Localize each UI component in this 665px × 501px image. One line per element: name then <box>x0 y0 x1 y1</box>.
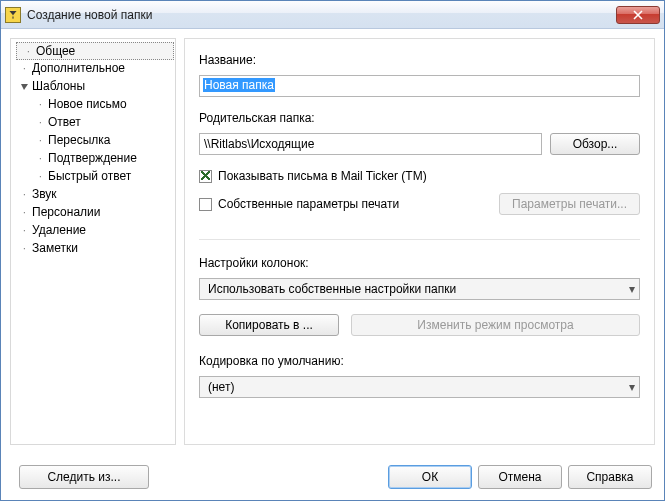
tree-leaf-icon: · <box>19 63 30 74</box>
tree-leaf-icon: · <box>35 171 46 182</box>
cancel-button[interactable]: Отмена <box>478 465 562 489</box>
tree-collapse-icon[interactable] <box>19 81 30 92</box>
parent-label: Родительская папка: <box>199 111 640 125</box>
tree-leaf-icon: · <box>19 207 30 218</box>
tree-item-label: Быстрый ответ <box>48 169 131 183</box>
tree-item-0[interactable]: ·Общее <box>16 42 174 60</box>
ownprint-row[interactable]: Собственные параметры печати <box>199 197 399 211</box>
columns-dropdown[interactable]: Использовать собственные настройки папки… <box>199 278 640 300</box>
mailticker-row[interactable]: Показывать письма в Mail Ticker (TM) <box>199 169 640 183</box>
tree-item-8[interactable]: ·Звук <box>13 185 173 203</box>
tree-item-label: Ответ <box>48 115 81 129</box>
dialog-footer: Следить из... ОК Отмена Справка <box>1 454 664 500</box>
tree-item-label: Дополнительное <box>32 61 125 75</box>
tree-leaf-icon: · <box>19 189 30 200</box>
parent-input[interactable] <box>199 133 542 155</box>
tree-item-label: Общее <box>36 44 75 58</box>
tree-item-label: Удаление <box>32 223 86 237</box>
ownprint-label: Собственные параметры печати <box>218 197 399 211</box>
tree-item-label: Новое письмо <box>48 97 127 111</box>
tree-item-4[interactable]: ·Ответ <box>13 113 173 131</box>
name-input[interactable] <box>199 75 640 97</box>
tree-item-label: Подтверждение <box>48 151 137 165</box>
encoding-value: (нет) <box>208 380 234 394</box>
browse-button[interactable]: Обзор... <box>550 133 640 155</box>
columns-label: Настройки колонок: <box>199 256 640 270</box>
tree-leaf-icon: · <box>35 117 46 128</box>
encoding-dropdown[interactable]: (нет) ▾ <box>199 376 640 398</box>
separator <box>199 239 640 240</box>
mailticker-checkbox[interactable] <box>199 170 212 183</box>
close-button[interactable] <box>616 6 660 24</box>
app-icon <box>5 7 21 23</box>
watch-from-button[interactable]: Следить из... <box>19 465 149 489</box>
tree-item-3[interactable]: ·Новое письмо <box>13 95 173 113</box>
tree-leaf-icon: · <box>35 135 46 146</box>
chevron-down-icon: ▾ <box>629 380 635 394</box>
columns-value: Использовать собственные настройки папки <box>208 282 456 296</box>
tree-item-6[interactable]: ·Подтверждение <box>13 149 173 167</box>
copy-to-button[interactable]: Копировать в ... <box>199 314 339 336</box>
tree-item-11[interactable]: ·Заметки <box>13 239 173 257</box>
titlebar[interactable]: Создание новой папки <box>1 1 664 29</box>
chevron-down-icon: ▾ <box>629 282 635 296</box>
tree-leaf-icon: · <box>35 153 46 164</box>
help-button[interactable]: Справка <box>568 465 652 489</box>
tree-item-9[interactable]: ·Персоналии <box>13 203 173 221</box>
tree-item-label: Персоналии <box>32 205 101 219</box>
general-panel: Название: Новая папка Родительская папка… <box>184 38 655 445</box>
encoding-label: Кодировка по умолчанию: <box>199 354 640 368</box>
dialog-body: ·Общее·ДополнительноеШаблоны·Новое письм… <box>1 29 664 454</box>
tree-leaf-icon: · <box>19 243 30 254</box>
tree-item-5[interactable]: ·Пересылка <box>13 131 173 149</box>
window-title: Создание новой папки <box>27 8 616 22</box>
print-params-button: Параметры печати... <box>499 193 640 215</box>
tree-item-label: Звук <box>32 187 57 201</box>
dialog-window: Создание новой папки ·Общее·Дополнительн… <box>0 0 665 501</box>
close-icon <box>633 10 643 20</box>
tree-item-7[interactable]: ·Быстрый ответ <box>13 167 173 185</box>
tree-item-10[interactable]: ·Удаление <box>13 221 173 239</box>
name-label: Название: <box>199 53 640 67</box>
tree-leaf-icon: · <box>23 46 34 57</box>
ok-button[interactable]: ОК <box>388 465 472 489</box>
mailticker-label: Показывать письма в Mail Ticker (TM) <box>218 169 427 183</box>
tree-item-1[interactable]: ·Дополнительное <box>13 59 173 77</box>
tree-item-label: Заметки <box>32 241 78 255</box>
tree-leaf-icon: · <box>35 99 46 110</box>
change-view-button: Изменить режим просмотра <box>351 314 640 336</box>
nav-tree[interactable]: ·Общее·ДополнительноеШаблоны·Новое письм… <box>10 38 176 445</box>
tree-item-2[interactable]: Шаблоны <box>13 77 173 95</box>
ownprint-checkbox[interactable] <box>199 198 212 211</box>
tree-leaf-icon: · <box>19 225 30 236</box>
tree-item-label: Пересылка <box>48 133 110 147</box>
tree-item-label: Шаблоны <box>32 79 85 93</box>
